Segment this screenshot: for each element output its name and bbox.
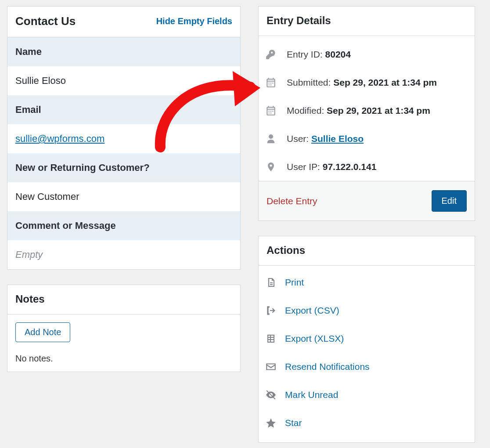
spreadsheet-icon bbox=[265, 332, 277, 345]
file-icon bbox=[265, 276, 277, 289]
entry-id-row: Entry ID: 80204 bbox=[259, 40, 475, 69]
entry-details-body: Entry ID: 80204 Submitted: Sep 29, 2021 … bbox=[259, 36, 475, 181]
calendar-icon bbox=[265, 76, 277, 89]
action-label: Export (CSV) bbox=[285, 305, 339, 316]
action-resend-notifications[interactable]: Resend Notifications bbox=[259, 353, 475, 381]
actions-body: Print Export (CSV) Export (XLSX) bbox=[259, 266, 475, 442]
export-icon bbox=[265, 304, 277, 317]
entry-submitted-label: Submitted: bbox=[287, 77, 331, 87]
field-label: New or Returning Customer? bbox=[7, 153, 240, 182]
field-label: Comment or Message bbox=[7, 211, 240, 240]
delete-entry-link[interactable]: Delete Entry bbox=[267, 196, 317, 206]
action-mark-unread[interactable]: Mark Unread bbox=[259, 381, 475, 409]
entry-modified-value: Sep 29, 2021 at 1:34 pm bbox=[327, 105, 430, 116]
entry-id-label: Entry ID: bbox=[287, 49, 323, 59]
field-value: sullie@wpforms.com bbox=[7, 124, 240, 153]
action-label: Resend Notifications bbox=[285, 361, 370, 372]
star-icon bbox=[265, 417, 277, 429]
hide-empty-fields-link[interactable]: Hide Empty Fields bbox=[156, 16, 232, 26]
contact-panel: Contact Us Hide Empty Fields Name Sullie… bbox=[7, 6, 241, 270]
field-label: Email bbox=[7, 95, 240, 124]
contact-panel-header: Contact Us Hide Empty Fields bbox=[7, 7, 240, 37]
key-icon bbox=[265, 48, 277, 61]
entry-modified-label: Modified: bbox=[287, 105, 324, 116]
entry-details-footer: Delete Entry Edit bbox=[259, 181, 475, 220]
edit-entry-button[interactable]: Edit bbox=[432, 190, 467, 212]
action-export-xlsx[interactable]: Export (XLSX) bbox=[259, 325, 475, 353]
entry-ip-row: User IP: 97.122.0.141 bbox=[259, 153, 475, 181]
entry-submitted-row: Submitted: Sep 29, 2021 at 1:34 pm bbox=[259, 69, 475, 97]
notes-body: Add Note No notes. bbox=[7, 314, 240, 372]
action-export-csv[interactable]: Export (CSV) bbox=[259, 296, 475, 325]
entry-details-panel: Entry Details Entry ID: 80204 bbox=[258, 6, 475, 221]
action-label: Mark Unread bbox=[285, 390, 338, 400]
notes-title: Notes bbox=[15, 293, 45, 305]
notes-empty-text: No notes. bbox=[15, 354, 232, 364]
field-value-empty: Empty bbox=[7, 240, 240, 269]
action-label: Print bbox=[285, 277, 304, 288]
entry-submitted-value: Sep 29, 2021 at 1:34 pm bbox=[333, 77, 437, 87]
entry-user-label: User: bbox=[287, 134, 309, 144]
entry-details-header: Entry Details bbox=[259, 7, 475, 36]
add-note-button[interactable]: Add Note bbox=[15, 322, 70, 342]
eye-slash-icon bbox=[265, 389, 277, 401]
actions-title: Actions bbox=[267, 244, 305, 257]
user-icon bbox=[265, 133, 277, 145]
entry-user-link[interactable]: Sullie Eloso bbox=[311, 134, 364, 144]
contact-fields: Name Sullie Eloso Email sullie@wpforms.c… bbox=[7, 37, 240, 269]
entry-id-value: 80204 bbox=[325, 49, 351, 59]
action-label: Star bbox=[285, 418, 302, 428]
calendar-icon bbox=[265, 105, 277, 117]
email-link[interactable]: sullie@wpforms.com bbox=[15, 133, 104, 144]
action-label: Export (XLSX) bbox=[285, 333, 344, 344]
entry-ip-value: 97.122.0.141 bbox=[323, 162, 377, 172]
entry-modified-row: Modified: Sep 29, 2021 at 1:34 pm bbox=[259, 97, 475, 125]
notes-panel: Notes Add Note No notes. bbox=[7, 285, 241, 372]
field-value: Sullie Eloso bbox=[7, 66, 240, 95]
entry-user-row: User: Sullie Eloso bbox=[259, 125, 475, 153]
actions-panel: Actions Print Export (CSV) bbox=[258, 236, 475, 443]
entry-ip-label: User IP: bbox=[287, 162, 320, 172]
entry-details-title: Entry Details bbox=[267, 14, 331, 27]
field-label: Name bbox=[7, 37, 240, 66]
contact-title: Contact Us bbox=[15, 14, 76, 28]
location-icon bbox=[265, 161, 277, 173]
action-print[interactable]: Print bbox=[259, 268, 475, 296]
field-value: New Customer bbox=[7, 182, 240, 211]
actions-header: Actions bbox=[259, 236, 475, 266]
mail-icon bbox=[265, 361, 277, 373]
notes-panel-header: Notes bbox=[7, 285, 240, 314]
action-star[interactable]: Star bbox=[259, 409, 475, 437]
